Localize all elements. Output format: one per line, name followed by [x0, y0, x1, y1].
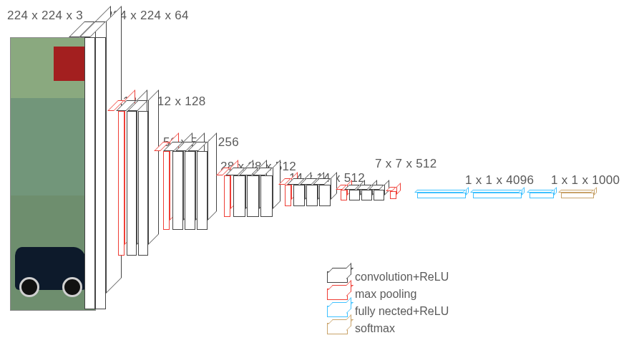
legend-fc-label: fully nected+ReLU [355, 305, 449, 318]
legend-fc: fully nected+ReLU [327, 305, 449, 318]
dim-out: 1 x 1 x 1000 [551, 173, 620, 188]
legend-softmax: softmax [327, 322, 449, 335]
legend: convolution+ReLU max pooling fully necte… [327, 271, 449, 339]
swatch-conv-icon [327, 271, 348, 283]
swatch-fc-icon [327, 306, 348, 317]
input-image [10, 37, 96, 311]
dim-input: 224 x 224 x 3 [7, 9, 83, 23]
legend-sm-label: softmax [355, 322, 395, 335]
swatch-pool-icon [327, 289, 348, 300]
swatch-softmax-icon [327, 323, 348, 334]
dim-fc: 1 x 1 x 4096 [465, 173, 534, 188]
legend-conv-label: convolution+ReLU [355, 271, 449, 284]
legend-pool-label: max pooling [355, 288, 416, 301]
legend-conv: convolution+ReLU [327, 271, 449, 284]
legend-pool: max pooling [327, 288, 449, 301]
dim-b6: 7 x 7 x 512 [375, 157, 436, 171]
